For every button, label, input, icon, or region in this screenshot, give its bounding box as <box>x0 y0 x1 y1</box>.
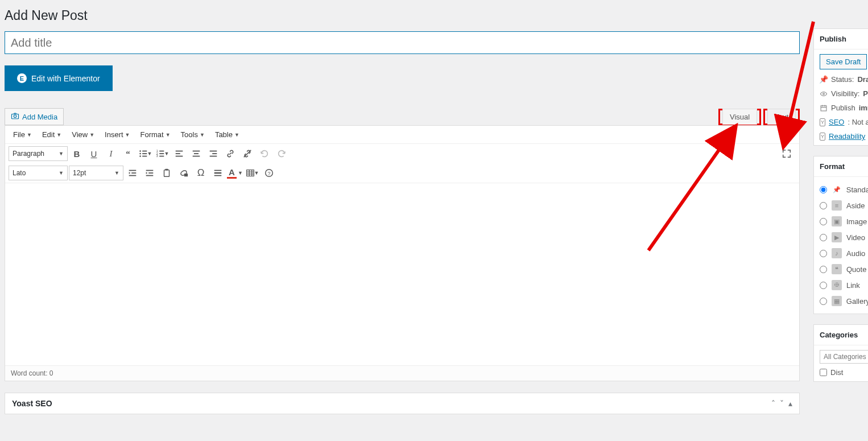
yoast-collapse-down-icon[interactable]: ˅ <box>780 399 784 408</box>
category-item[interactable]: Dist <box>820 368 868 377</box>
annotation-box-text: Text <box>763 109 800 125</box>
format-image[interactable]: ▣Image <box>820 213 868 229</box>
categories-search[interactable] <box>820 350 868 364</box>
special-char-button[interactable]: Ω <box>193 166 209 180</box>
format-audio[interactable]: ♪Audio <box>820 245 868 261</box>
svg-rect-45 <box>821 105 826 110</box>
publish-date-row: Publish imm <box>820 104 868 112</box>
format-standard[interactable]: 📌Standa <box>820 182 868 197</box>
format-video[interactable]: ▶Video <box>820 229 868 245</box>
fullscreen-button[interactable] <box>779 146 795 161</box>
bold-button[interactable]: B <box>69 146 85 161</box>
svg-rect-24 <box>129 170 137 171</box>
svg-rect-31 <box>165 169 168 171</box>
svg-rect-30 <box>164 170 170 177</box>
svg-rect-6 <box>142 153 147 154</box>
text-color-button[interactable]: A▼ <box>227 166 243 180</box>
readability-link[interactable]: Readability <box>829 132 865 141</box>
italic-button[interactable]: I <box>103 146 119 161</box>
svg-rect-15 <box>176 153 180 154</box>
menu-edit[interactable]: Edit▼ <box>38 128 66 141</box>
underline-button[interactable]: U <box>86 146 102 161</box>
yoast-collapse-up-icon[interactable]: ˄ <box>771 399 775 408</box>
align-center-button[interactable] <box>188 146 204 161</box>
svg-text:3: 3 <box>156 154 158 158</box>
format-gallery[interactable]: ▦Gallery <box>820 293 868 309</box>
font-select[interactable]: Lato▼ <box>9 166 68 180</box>
editor-tabs: Visual Text <box>718 109 800 125</box>
paste-button[interactable] <box>159 166 175 180</box>
pin-icon: 📌 <box>820 76 828 84</box>
indent-button[interactable] <box>142 166 158 180</box>
aside-icon: ≡ <box>832 200 842 211</box>
tab-visual[interactable]: Visual <box>722 109 757 125</box>
link-icon: 𐀏 <box>832 280 842 290</box>
svg-rect-17 <box>193 151 200 152</box>
publish-panel: Publish Save Draft 📌 Status: Draf Visibi… <box>813 28 868 146</box>
svg-point-4 <box>139 155 141 157</box>
svg-rect-7 <box>142 156 147 157</box>
fontsize-select[interactable]: 12pt▼ <box>69 166 123 180</box>
svg-rect-35 <box>214 172 222 174</box>
link-button[interactable] <box>222 146 238 161</box>
svg-rect-22 <box>210 156 217 157</box>
menu-format[interactable]: Format▼ <box>136 128 175 141</box>
yoast-toggle-icon[interactable]: ▴ <box>788 399 792 408</box>
format-select[interactable]: Paragraph▼ <box>9 146 68 161</box>
undo-button[interactable] <box>257 146 272 161</box>
edit-with-elementor-button[interactable]: E Edit with Elementor <box>5 65 113 91</box>
seo-link[interactable]: SEO <box>829 118 844 126</box>
unlink-button[interactable] <box>239 146 255 161</box>
svg-rect-34 <box>214 170 222 171</box>
svg-rect-36 <box>214 175 222 176</box>
svg-point-1 <box>14 115 16 118</box>
status-row: 📌 Status: Draf <box>820 75 868 84</box>
elementor-icon: E <box>17 73 27 83</box>
title-input[interactable] <box>5 31 800 54</box>
blockquote-button[interactable]: “ <box>120 146 136 161</box>
svg-rect-37 <box>246 170 254 176</box>
unordered-list-button[interactable]: ▼ <box>137 146 153 161</box>
elementor-button-label: Edit with Elementor <box>31 74 100 83</box>
categories-panel: Categories Dist <box>813 324 868 382</box>
annotation-box-visual: Visual <box>718 109 761 125</box>
yoast-title: Yoast SEO <box>12 399 52 408</box>
help-button[interactable]: ? <box>261 166 277 180</box>
toolbar-row-2: Lato▼ 12pt▼ Ω A▼ ▼ ? <box>5 163 799 183</box>
tab-text[interactable]: Text <box>767 109 796 125</box>
save-draft-button[interactable]: Save Draft <box>820 54 867 69</box>
redo-button[interactable] <box>274 146 290 161</box>
format-quote[interactable]: ❝Quote <box>820 261 868 277</box>
menu-table[interactable]: Table▼ <box>210 128 244 141</box>
toolbar-row-1: Paragraph▼ B U I “ ▼ 123▼ <box>5 144 799 163</box>
clear-format-button[interactable] <box>176 166 192 180</box>
editor-content[interactable] <box>5 183 799 365</box>
align-right-button[interactable] <box>205 146 221 161</box>
ordered-list-button[interactable]: 123▼ <box>154 146 170 161</box>
svg-rect-20 <box>210 151 217 152</box>
menu-file[interactable]: File▼ <box>9 128 36 141</box>
horizontal-rule-button[interactable] <box>210 166 226 180</box>
align-left-button[interactable] <box>171 146 187 161</box>
svg-rect-26 <box>129 175 137 176</box>
menu-view[interactable]: View▼ <box>67 128 99 141</box>
image-icon: ▣ <box>832 216 842 226</box>
svg-point-44 <box>823 93 825 94</box>
word-count: Word count: 0 <box>5 365 799 381</box>
add-media-label: Add Media <box>22 113 57 121</box>
menu-tools[interactable]: Tools▼ <box>176 128 209 141</box>
svg-rect-28 <box>148 172 153 174</box>
svg-point-2 <box>139 150 141 152</box>
format-link[interactable]: 𐀏Link <box>820 277 868 293</box>
outdent-button[interactable] <box>125 166 140 180</box>
menu-insert[interactable]: Insert▼ <box>100 128 134 141</box>
add-media-button[interactable]: Add Media <box>5 108 64 125</box>
audio-icon: ♪ <box>832 248 842 258</box>
svg-rect-27 <box>146 170 154 171</box>
svg-rect-25 <box>131 172 136 174</box>
table-button[interactable]: ▼ <box>244 166 260 180</box>
svg-rect-5 <box>142 151 147 152</box>
editor: File▼ Edit▼ View▼ Insert▼ Format▼ Tools▼… <box>5 125 800 381</box>
yoast-seo-panel[interactable]: Yoast SEO ˄ ˅ ▴ <box>5 393 800 414</box>
format-aside[interactable]: ≡Aside <box>820 197 868 213</box>
